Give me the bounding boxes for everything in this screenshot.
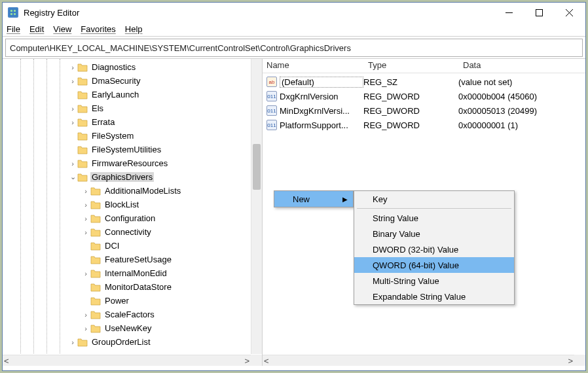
tree-item[interactable]: FileSystem xyxy=(3,129,262,143)
value-name: DxgKrnlVersion xyxy=(280,92,363,101)
folder-icon xyxy=(90,269,101,278)
menu-file[interactable]: File xyxy=(7,24,20,34)
maximize-button[interactable] xyxy=(524,3,554,22)
value-row[interactable]: ab(Default)REG_SZ(value not set) xyxy=(263,75,585,89)
folder-icon xyxy=(77,63,88,72)
svg-rect-1 xyxy=(10,10,12,12)
context-menu: New ▶ xyxy=(274,190,354,207)
tree-item-label: InternalMonEdid xyxy=(103,268,168,278)
tree-item-label: AdditionalModeLists xyxy=(103,186,182,196)
tree-item[interactable]: ›Errata xyxy=(3,115,262,129)
folder-icon xyxy=(77,90,88,99)
tree-item[interactable]: ›AdditionalModeLists xyxy=(3,184,262,198)
col-data[interactable]: Data xyxy=(459,59,585,73)
folder-icon xyxy=(77,132,88,141)
tree-item-label: FileSystemUtilities xyxy=(90,145,162,154)
tree-item[interactable]: Power xyxy=(3,294,262,308)
tree-item-label: DCI xyxy=(103,241,120,251)
context-menu-new[interactable]: New ▶ xyxy=(274,191,353,207)
value-row[interactable]: 011PlatformSupport...REG_DWORD0x00000001… xyxy=(263,118,585,132)
expand-icon[interactable]: › xyxy=(81,187,90,195)
registry-editor-window: Registry Editor File Edit View Favorites… xyxy=(2,2,586,371)
folder-icon xyxy=(77,173,88,182)
col-name[interactable]: Name xyxy=(263,59,364,73)
address-text: Computer\HKEY_LOCAL_MACHINE\SYSTEM\Curre… xyxy=(10,43,351,53)
tree-item-label: DmaSecurity xyxy=(90,76,141,86)
tree-item-label: UseNewKey xyxy=(103,323,153,333)
expand-icon[interactable]: › xyxy=(81,215,90,222)
folder-icon xyxy=(77,104,88,113)
expand-icon[interactable]: › xyxy=(81,270,90,277)
tree-item[interactable]: ›Connectivity xyxy=(3,225,262,239)
expand-icon[interactable]: › xyxy=(68,63,77,71)
tree-item[interactable]: EarlyLaunch xyxy=(3,88,262,101)
value-name: PlatformSupport... xyxy=(280,120,363,130)
expand-icon[interactable]: › xyxy=(81,201,90,209)
value-icon: 011 xyxy=(266,91,277,101)
menu-view[interactable]: View xyxy=(53,24,71,34)
tree-item-label: Els xyxy=(90,103,105,113)
submenu-key[interactable]: Key xyxy=(354,191,514,207)
tree-item-label: GraphicsDrivers xyxy=(90,172,154,182)
tree-item[interactable]: FileSystemUtilities xyxy=(3,143,262,156)
new-submenu: Key String Value Binary Value DWORD (32-… xyxy=(354,190,515,305)
expand-icon[interactable]: ⌄ xyxy=(68,173,77,181)
tree-item[interactable]: ›Configuration xyxy=(3,211,262,225)
titlebar[interactable]: Registry Editor xyxy=(3,3,585,22)
tree-item-label: EarlyLaunch xyxy=(90,90,140,99)
submenu-multi-string-value[interactable]: Multi-String Value xyxy=(354,273,514,289)
tree-item-label: MonitorDataStore xyxy=(103,282,173,292)
expand-icon[interactable]: › xyxy=(68,118,77,126)
minimize-button[interactable] xyxy=(494,3,524,22)
tree-item[interactable]: ›FirmwareResources xyxy=(3,156,262,170)
tree-item-label: Errata xyxy=(90,117,116,127)
svg-rect-0 xyxy=(9,9,17,16)
expand-icon[interactable]: › xyxy=(68,77,77,85)
window-title: Registry Editor xyxy=(24,8,494,18)
tree-item[interactable]: MonitorDataStore xyxy=(3,280,262,294)
tree-item[interactable]: ›GroupOrderList xyxy=(3,335,262,349)
tree-vscroll[interactable] xyxy=(251,59,262,354)
expand-icon[interactable]: › xyxy=(68,338,77,346)
value-row[interactable]: 011MinDxgKrnlVersi...REG_DWORD0x00005013… xyxy=(263,103,585,118)
submenu-dword-value[interactable]: DWORD (32-bit) Value xyxy=(354,241,514,257)
app-icon xyxy=(8,7,18,18)
submenu-string-value[interactable]: String Value xyxy=(354,210,514,226)
close-button[interactable] xyxy=(554,3,584,22)
folder-icon xyxy=(90,186,101,196)
submenu-binary-value[interactable]: Binary Value xyxy=(354,226,514,241)
tree-item[interactable]: FeatureSetUsage xyxy=(3,253,262,266)
expand-icon[interactable]: › xyxy=(81,228,90,236)
col-type[interactable]: Type xyxy=(364,59,459,73)
tree-item[interactable]: ›UseNewKey xyxy=(3,321,262,335)
folder-icon xyxy=(90,324,101,333)
submenu-expandable-string-value[interactable]: Expandable String Value xyxy=(354,289,514,304)
tree-item[interactable]: DCI xyxy=(3,239,262,253)
menu-help[interactable]: Help xyxy=(125,24,143,34)
submenu-qword-value[interactable]: QWORD (64-bit) Value xyxy=(354,257,514,273)
tree-hscroll[interactable]: <> xyxy=(3,355,251,366)
folder-icon xyxy=(77,338,88,347)
value-icon: ab xyxy=(266,77,277,87)
tree-item[interactable]: ⌄GraphicsDrivers xyxy=(3,170,262,184)
tree-item[interactable]: ›ScaleFactors xyxy=(3,308,262,321)
list-hscroll[interactable]: <> xyxy=(263,355,574,366)
expand-icon[interactable]: › xyxy=(68,160,77,168)
expand-icon[interactable]: › xyxy=(81,311,90,319)
expand-icon[interactable]: › xyxy=(68,105,77,113)
menu-favorites[interactable]: Favorites xyxy=(81,24,115,34)
address-bar[interactable]: Computer\HKEY_LOCAL_MACHINE\SYSTEM\Curre… xyxy=(5,39,583,57)
svg-rect-6 xyxy=(536,9,542,16)
value-row[interactable]: 011DxgKrnlVersionREG_DWORD0x0000b004 (45… xyxy=(263,89,585,103)
tree-item-label: FirmwareResources xyxy=(90,158,169,168)
expand-icon[interactable]: › xyxy=(81,325,90,332)
tree-pane: ›Diagnostics›DmaSecurityEarlyLaunch›Els›… xyxy=(3,59,263,366)
tree-item[interactable]: ›InternalMonEdid xyxy=(3,266,262,280)
menu-edit[interactable]: Edit xyxy=(29,24,44,34)
tree-item[interactable]: ›BlockList xyxy=(3,198,262,211)
tree-item[interactable]: ›Els xyxy=(3,101,262,115)
menu-label: New xyxy=(293,194,310,204)
tree-item[interactable]: ›DmaSecurity xyxy=(3,74,262,88)
folder-icon xyxy=(90,200,101,209)
tree-item[interactable]: ›Diagnostics xyxy=(3,60,262,74)
